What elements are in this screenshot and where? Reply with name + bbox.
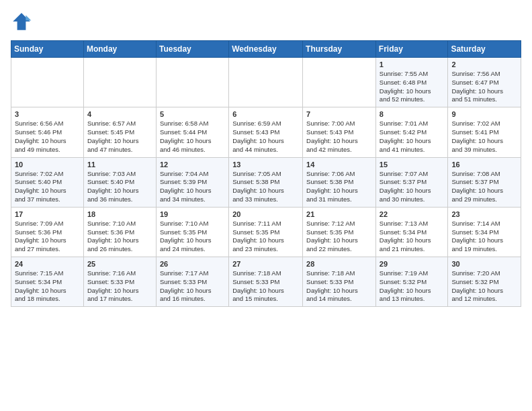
calendar-cell: 27Sunrise: 7:18 AM Sunset: 5:33 PM Dayli… xyxy=(229,257,303,307)
page-header xyxy=(11,11,521,32)
day-number: 1 xyxy=(380,60,445,68)
day-number: 2 xyxy=(451,60,517,68)
calendar-week-2: 3Sunrise: 6:56 AM Sunset: 5:46 PM Daylig… xyxy=(11,107,521,157)
day-number: 18 xyxy=(87,210,152,218)
calendar-cell: 19Sunrise: 7:10 AM Sunset: 5:35 PM Dayli… xyxy=(156,207,228,257)
svg-marker-1 xyxy=(26,15,31,20)
calendar-cell: 6Sunrise: 6:59 AM Sunset: 5:43 PM Daylig… xyxy=(229,107,303,157)
day-number: 6 xyxy=(232,110,299,118)
day-info: Sunrise: 7:09 AM Sunset: 5:36 PM Dayligh… xyxy=(15,220,80,254)
day-info: Sunrise: 7:08 AM Sunset: 5:37 PM Dayligh… xyxy=(451,170,517,204)
day-info: Sunrise: 7:04 AM Sunset: 5:39 PM Dayligh… xyxy=(160,170,225,204)
calendar-cell: 12Sunrise: 7:04 AM Sunset: 5:39 PM Dayli… xyxy=(156,157,228,207)
day-info: Sunrise: 7:18 AM Sunset: 5:33 PM Dayligh… xyxy=(306,269,372,304)
weekday-header-friday: Friday xyxy=(375,41,448,58)
calendar-cell xyxy=(11,58,84,107)
calendar-cell: 10Sunrise: 7:02 AM Sunset: 5:40 PM Dayli… xyxy=(11,157,84,207)
day-info: Sunrise: 7:07 AM Sunset: 5:37 PM Dayligh… xyxy=(380,170,445,204)
calendar-cell: 20Sunrise: 7:11 AM Sunset: 5:35 PM Dayli… xyxy=(229,207,303,257)
calendar-cell: 25Sunrise: 7:16 AM Sunset: 5:33 PM Dayli… xyxy=(83,257,156,307)
day-info: Sunrise: 7:19 AM Sunset: 5:32 PM Dayligh… xyxy=(380,269,445,304)
day-info: Sunrise: 7:10 AM Sunset: 5:35 PM Dayligh… xyxy=(160,220,225,254)
calendar-cell: 15Sunrise: 7:07 AM Sunset: 5:37 PM Dayli… xyxy=(375,157,448,207)
calendar-cell: 16Sunrise: 7:08 AM Sunset: 5:37 PM Dayli… xyxy=(448,157,521,207)
day-number: 5 xyxy=(160,110,225,118)
day-number: 28 xyxy=(306,260,372,268)
svg-marker-0 xyxy=(13,13,30,30)
day-number: 4 xyxy=(87,110,152,118)
calendar-cell: 24Sunrise: 7:15 AM Sunset: 5:34 PM Dayli… xyxy=(11,257,84,307)
day-info: Sunrise: 7:16 AM Sunset: 5:33 PM Dayligh… xyxy=(87,269,152,304)
day-number: 3 xyxy=(15,110,80,118)
day-info: Sunrise: 6:58 AM Sunset: 5:44 PM Dayligh… xyxy=(160,120,225,154)
calendar-cell: 30Sunrise: 7:20 AM Sunset: 5:32 PM Dayli… xyxy=(448,257,521,307)
day-info: Sunrise: 7:01 AM Sunset: 5:42 PM Dayligh… xyxy=(380,120,445,154)
calendar-cell xyxy=(83,58,156,107)
day-info: Sunrise: 7:17 AM Sunset: 5:33 PM Dayligh… xyxy=(160,269,225,304)
calendar-cell: 1Sunrise: 7:55 AM Sunset: 6:48 PM Daylig… xyxy=(375,58,448,107)
day-number: 27 xyxy=(232,260,299,268)
calendar-cell: 14Sunrise: 7:06 AM Sunset: 5:38 PM Dayli… xyxy=(303,157,376,207)
day-info: Sunrise: 7:05 AM Sunset: 5:38 PM Dayligh… xyxy=(232,170,299,204)
day-number: 14 xyxy=(306,161,372,169)
calendar-cell: 3Sunrise: 6:56 AM Sunset: 5:46 PM Daylig… xyxy=(11,107,84,157)
calendar-cell: 18Sunrise: 7:10 AM Sunset: 5:36 PM Dayli… xyxy=(83,207,156,257)
day-number: 11 xyxy=(87,161,152,169)
day-info: Sunrise: 7:00 AM Sunset: 5:43 PM Dayligh… xyxy=(306,120,372,154)
day-number: 10 xyxy=(15,161,80,169)
calendar-week-3: 10Sunrise: 7:02 AM Sunset: 5:40 PM Dayli… xyxy=(11,157,521,207)
calendar-week-5: 24Sunrise: 7:15 AM Sunset: 5:34 PM Dayli… xyxy=(11,257,521,307)
day-number: 23 xyxy=(451,210,517,218)
calendar-cell xyxy=(303,58,376,107)
day-info: Sunrise: 6:57 AM Sunset: 5:45 PM Dayligh… xyxy=(87,120,152,154)
logo-icon xyxy=(11,11,32,32)
day-info: Sunrise: 7:02 AM Sunset: 5:40 PM Dayligh… xyxy=(15,170,80,204)
day-info: Sunrise: 7:11 AM Sunset: 5:35 PM Dayligh… xyxy=(232,220,299,254)
weekday-header-sunday: Sunday xyxy=(11,41,84,58)
day-number: 17 xyxy=(15,210,80,218)
day-number: 8 xyxy=(380,110,445,118)
day-info: Sunrise: 7:14 AM Sunset: 5:34 PM Dayligh… xyxy=(451,220,517,254)
calendar-cell: 22Sunrise: 7:13 AM Sunset: 5:34 PM Dayli… xyxy=(375,207,448,257)
day-number: 30 xyxy=(451,260,517,268)
day-info: Sunrise: 6:56 AM Sunset: 5:46 PM Dayligh… xyxy=(15,120,80,154)
weekday-header-saturday: Saturday xyxy=(448,41,521,58)
calendar-cell: 26Sunrise: 7:17 AM Sunset: 5:33 PM Dayli… xyxy=(156,257,228,307)
day-number: 25 xyxy=(87,260,152,268)
calendar-cell xyxy=(156,58,228,107)
calendar-cell: 21Sunrise: 7:12 AM Sunset: 5:35 PM Dayli… xyxy=(303,207,376,257)
day-info: Sunrise: 7:20 AM Sunset: 5:32 PM Dayligh… xyxy=(451,269,517,304)
calendar-cell: 9Sunrise: 7:02 AM Sunset: 5:41 PM Daylig… xyxy=(448,107,521,157)
day-number: 22 xyxy=(380,210,445,218)
day-number: 16 xyxy=(451,161,517,169)
calendar-week-4: 17Sunrise: 7:09 AM Sunset: 5:36 PM Dayli… xyxy=(11,207,521,257)
day-number: 20 xyxy=(232,210,299,218)
calendar-cell: 7Sunrise: 7:00 AM Sunset: 5:43 PM Daylig… xyxy=(303,107,376,157)
calendar-cell: 17Sunrise: 7:09 AM Sunset: 5:36 PM Dayli… xyxy=(11,207,84,257)
weekday-header-tuesday: Tuesday xyxy=(156,41,228,58)
day-info: Sunrise: 7:03 AM Sunset: 5:40 PM Dayligh… xyxy=(87,170,152,204)
calendar-table: SundayMondayTuesdayWednesdayThursdayFrid… xyxy=(11,40,521,307)
calendar-week-1: 1Sunrise: 7:55 AM Sunset: 6:48 PM Daylig… xyxy=(11,58,521,107)
calendar-cell: 2Sunrise: 7:56 AM Sunset: 6:47 PM Daylig… xyxy=(448,58,521,107)
day-number: 12 xyxy=(160,161,225,169)
calendar-cell: 4Sunrise: 6:57 AM Sunset: 5:45 PM Daylig… xyxy=(83,107,156,157)
day-number: 24 xyxy=(15,260,80,268)
day-number: 7 xyxy=(306,110,372,118)
day-number: 29 xyxy=(380,260,445,268)
day-number: 15 xyxy=(380,161,445,169)
calendar-cell xyxy=(229,58,303,107)
calendar-cell: 11Sunrise: 7:03 AM Sunset: 5:40 PM Dayli… xyxy=(83,157,156,207)
day-info: Sunrise: 7:15 AM Sunset: 5:34 PM Dayligh… xyxy=(15,269,80,304)
weekday-header-monday: Monday xyxy=(83,41,156,58)
day-number: 26 xyxy=(160,260,225,268)
day-info: Sunrise: 6:59 AM Sunset: 5:43 PM Dayligh… xyxy=(232,120,299,154)
day-info: Sunrise: 7:06 AM Sunset: 5:38 PM Dayligh… xyxy=(306,170,372,204)
calendar-cell: 13Sunrise: 7:05 AM Sunset: 5:38 PM Dayli… xyxy=(229,157,303,207)
weekday-header-row: SundayMondayTuesdayWednesdayThursdayFrid… xyxy=(11,41,521,58)
day-info: Sunrise: 7:12 AM Sunset: 5:35 PM Dayligh… xyxy=(306,220,372,254)
day-info: Sunrise: 7:02 AM Sunset: 5:41 PM Dayligh… xyxy=(451,120,517,154)
day-info: Sunrise: 7:10 AM Sunset: 5:36 PM Dayligh… xyxy=(87,220,152,254)
day-number: 13 xyxy=(232,161,299,169)
day-info: Sunrise: 7:13 AM Sunset: 5:34 PM Dayligh… xyxy=(380,220,445,254)
